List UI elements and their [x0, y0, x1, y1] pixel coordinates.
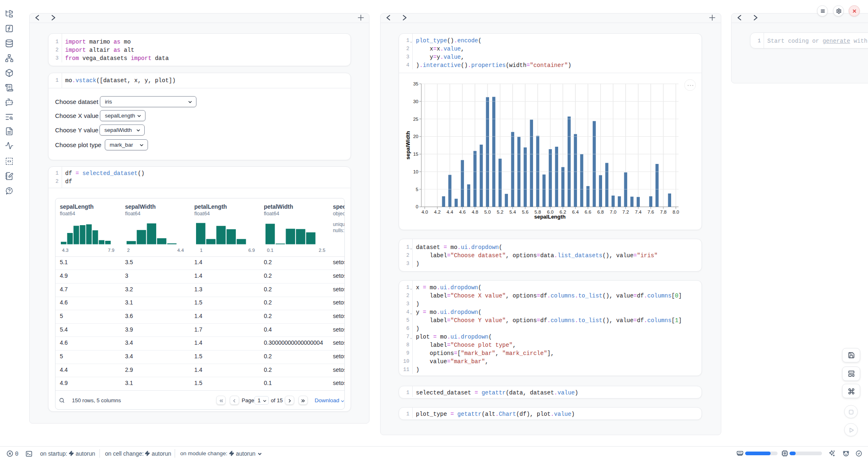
svg-text:6.6: 6.6: [585, 210, 591, 214]
svg-text:5.2: 5.2: [497, 210, 503, 214]
svg-text:7.6: 7.6: [647, 210, 654, 214]
svg-text:4.4: 4.4: [447, 210, 454, 214]
svg-text:8.0: 8.0: [673, 210, 679, 214]
svg-text:sepalWidth: sepalWidth: [405, 131, 411, 159]
svg-text:0: 0: [416, 204, 418, 209]
svg-text:7.2: 7.2: [622, 210, 629, 214]
svg-text:4.6: 4.6: [459, 210, 466, 214]
svg-text:5.6: 5.6: [522, 210, 529, 214]
svg-text:15: 15: [413, 152, 418, 157]
svg-text:20: 20: [413, 134, 418, 139]
svg-text:7.8: 7.8: [660, 210, 667, 214]
svg-text:6.4: 6.4: [572, 210, 579, 214]
svg-text:7.0: 7.0: [610, 210, 616, 214]
svg-text:5: 5: [416, 187, 418, 192]
svg-text:35: 35: [413, 81, 418, 86]
svg-text:30: 30: [413, 99, 418, 104]
svg-text:6.8: 6.8: [597, 210, 604, 214]
svg-text:7.4: 7.4: [635, 210, 642, 214]
svg-text:sepalLength: sepalLength: [534, 214, 566, 220]
svg-text:4.0: 4.0: [422, 210, 428, 214]
svg-text:25: 25: [413, 117, 418, 122]
svg-text:10: 10: [413, 169, 418, 174]
svg-text:5.4: 5.4: [509, 210, 516, 214]
svg-text:4.2: 4.2: [434, 210, 441, 214]
svg-text:4.8: 4.8: [472, 210, 478, 214]
svg-text:5.0: 5.0: [484, 210, 491, 214]
